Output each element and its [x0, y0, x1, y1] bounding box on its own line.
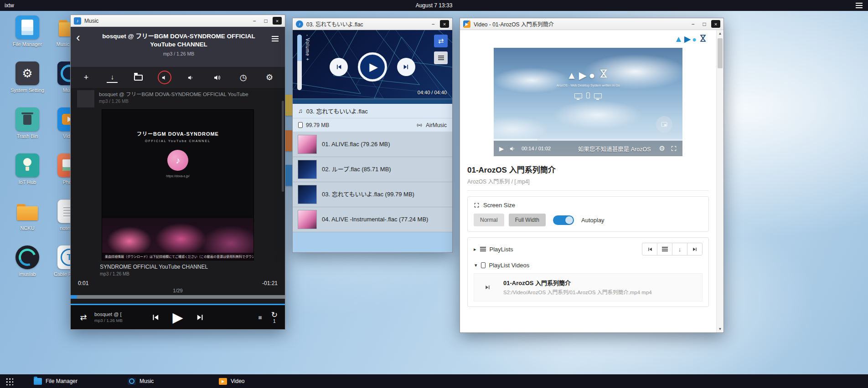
- playlist-videos-label: PlayList Videos: [489, 262, 530, 269]
- fullscreen-icon[interactable]: [671, 145, 677, 152]
- list-icon: [480, 249, 486, 250]
- next-track-icon[interactable]: [196, 313, 205, 322]
- play-icon[interactable]: ▶: [499, 145, 504, 152]
- menu-icon[interactable]: [268, 32, 279, 42]
- volume-low-icon[interactable]: [186, 72, 196, 83]
- volume-high-icon[interactable]: [212, 72, 222, 83]
- track-row[interactable]: 01. ALIVE.flac (79.26 MB): [293, 132, 452, 157]
- folder-icon: [16, 199, 39, 223]
- close-button[interactable]: ×: [440, 20, 449, 28]
- track-row[interactable]: 03. 忘れてもいいよ.flac (99.79 MB): [293, 182, 452, 207]
- repeat-icon[interactable]: ↻ 1: [271, 311, 278, 324]
- play-button[interactable]: ▶: [358, 52, 387, 82]
- next-track-button[interactable]: [397, 58, 415, 76]
- scroll-down-icon[interactable]: ▼: [717, 327, 723, 331]
- seek-bar[interactable]: [293, 98, 452, 104]
- maximize-button[interactable]: □: [261, 17, 270, 25]
- picture-in-picture-icon[interactable]: [656, 116, 672, 133]
- track-row[interactable]: 04. ALIVE -Instrumental-.flac (77.24 MB): [293, 207, 452, 232]
- video-subtitle: 如果您不知道甚麼是 ArozOS: [556, 144, 653, 153]
- volume-label: - Volume +: [305, 35, 310, 61]
- playlists-label: PlayLists: [490, 246, 513, 253]
- taskbar-item-file-manager[interactable]: File Manager: [34, 374, 78, 388]
- playlist-menu-icon[interactable]: [434, 51, 448, 64]
- album-art[interactable]: フリーBGM DOVA-SYNDROME OFFICIAL YouTube CH…: [102, 110, 253, 260]
- list-item[interactable]: SYNDROME OFFICIAL YouTube CHANNEL mp3 / …: [71, 260, 285, 276]
- desktop-icon-iot-hub[interactable]: IoT Hub: [6, 153, 48, 199]
- previous-track-icon[interactable]: [150, 313, 160, 322]
- topbar-menu-icon[interactable]: [856, 5, 863, 6]
- play-icon[interactable]: ▶: [172, 311, 183, 324]
- next-video-button[interactable]: [687, 243, 703, 255]
- scroll-up-icon[interactable]: ▲: [717, 31, 723, 36]
- audio-app-icon: ♪: [296, 20, 303, 28]
- maximize-button[interactable]: □: [700, 20, 709, 28]
- volume-icon[interactable]: [509, 145, 516, 152]
- video-window: ▶ Video - 01-ArozOS 入門系列簡介 − □ × ▲▶●⋈ ▲▶…: [460, 18, 724, 333]
- download-icon[interactable]: ↓: [107, 72, 118, 83]
- scrollbar[interactable]: [282, 101, 284, 192]
- repeat-mode-icon[interactable]: ⇄: [434, 35, 448, 47]
- time-display: 04:40 / 04:40: [418, 90, 447, 95]
- clock-label: August 7 13:33: [105, 2, 763, 9]
- app-grid-icon[interactable]: [5, 378, 13, 385]
- window-title: Music: [84, 18, 247, 24]
- desktop-icon-ncku[interactable]: NCKU: [6, 199, 48, 245]
- time-elapsed: 0:01: [78, 280, 88, 286]
- video-time: 00:14 / 01:02: [522, 146, 551, 151]
- history-clock-icon[interactable]: ◷: [238, 72, 249, 83]
- album-art-thumbnail: [298, 185, 316, 204]
- close-button[interactable]: ×: [711, 20, 720, 28]
- add-button[interactable]: +: [81, 72, 92, 83]
- download-video-button[interactable]: ↓: [672, 243, 687, 255]
- video-window-titlebar[interactable]: ▶ Video - 01-ArozOS 入門系列簡介 − □ ×: [460, 18, 723, 30]
- mute-icon[interactable]: [159, 72, 170, 83]
- desktop-icon-trash-bin[interactable]: Trash Bin: [6, 107, 48, 153]
- divider: [467, 190, 709, 191]
- volume-slider[interactable]: [297, 35, 302, 90]
- stop-icon[interactable]: ■: [258, 314, 262, 321]
- track-title: bosquet @ フリーBGM DOVA-SYNDROME OFFICIAL …: [90, 32, 268, 49]
- now-playing-name: 03. 忘れてもいいよ.flac: [306, 107, 368, 115]
- caret-down-icon[interactable]: ▾: [475, 262, 477, 268]
- open-folder-icon[interactable]: [133, 72, 144, 83]
- trash-icon: [16, 107, 39, 131]
- normal-button[interactable]: Normal: [474, 214, 504, 226]
- autoplay-toggle[interactable]: [553, 215, 574, 225]
- desktop-icon-imuslab[interactable]: imuslab: [6, 245, 48, 291]
- minimize-button[interactable]: −: [250, 17, 259, 25]
- audio-window-titlebar[interactable]: ♪ 03. 忘れてもいいよ.flac − ×: [293, 18, 452, 30]
- music-window: ♪ Music − □ × ‹ bosquet @ フリーBGM DOVA-SY…: [70, 15, 285, 330]
- taskbar-item-video[interactable]: ▶ Video: [219, 374, 244, 388]
- video-controls: ▶ 00:14 / 01:02 如果您不知道甚麼是 ArozOS ⚙: [494, 141, 682, 156]
- minimize-button[interactable]: −: [429, 20, 438, 28]
- close-button[interactable]: ×: [273, 17, 282, 25]
- list-item[interactable]: bosquet @ フリーBGM DOVA-SYNDROME OFFICIAL …: [71, 88, 285, 110]
- seek-bar[interactable]: [71, 295, 285, 299]
- music-list-area: bosquet @ フリーBGM DOVA-SYNDROME OFFICIAL …: [71, 88, 285, 304]
- channel-logo-icon: ♪: [167, 150, 188, 171]
- scrollbar[interactable]: ▲ ▼: [716, 30, 723, 332]
- playlist-list-button[interactable]: [657, 243, 672, 255]
- playlist-video-item[interactable]: 01-ArozOS 入門系列簡介 S2:/Video/ArozOS 入門系列/0…: [474, 273, 703, 301]
- back-icon[interactable]: ‹: [76, 32, 90, 42]
- desktop-icon-file-manager[interactable]: File Manager: [6, 15, 48, 61]
- taskbar-item-music[interactable]: Music: [128, 374, 154, 388]
- taskbar: File Manager Music ▶ Video: [0, 374, 868, 388]
- repeat-count: 1: [273, 319, 276, 324]
- settings-gear-icon[interactable]: ⚙: [264, 72, 275, 83]
- music-window-titlebar[interactable]: ♪ Music − □ ×: [71, 15, 285, 27]
- scrollbar-thumb[interactable]: [718, 38, 723, 68]
- minimize-button[interactable]: −: [688, 20, 698, 28]
- video-player[interactable]: ▲▶●⋈ ArozOS - Web Desktop System written…: [494, 48, 682, 156]
- desktop-icon-system-setting[interactable]: ⚙ System Setting: [6, 61, 48, 107]
- monitor-icon: [574, 93, 582, 98]
- previous-track-button[interactable]: [330, 58, 348, 76]
- caret-right-icon[interactable]: ▸: [474, 246, 476, 252]
- playlist-item-title: 01-ArozOS 入門系列簡介: [503, 278, 652, 287]
- video-settings-icon[interactable]: ⚙: [659, 144, 665, 153]
- shuffle-icon[interactable]: ⇄: [78, 312, 89, 323]
- previous-video-button[interactable]: [642, 243, 657, 255]
- full-width-button[interactable]: Full Width: [509, 214, 546, 226]
- track-row[interactable]: 02. ループ.flac (85.71 MB): [293, 157, 452, 182]
